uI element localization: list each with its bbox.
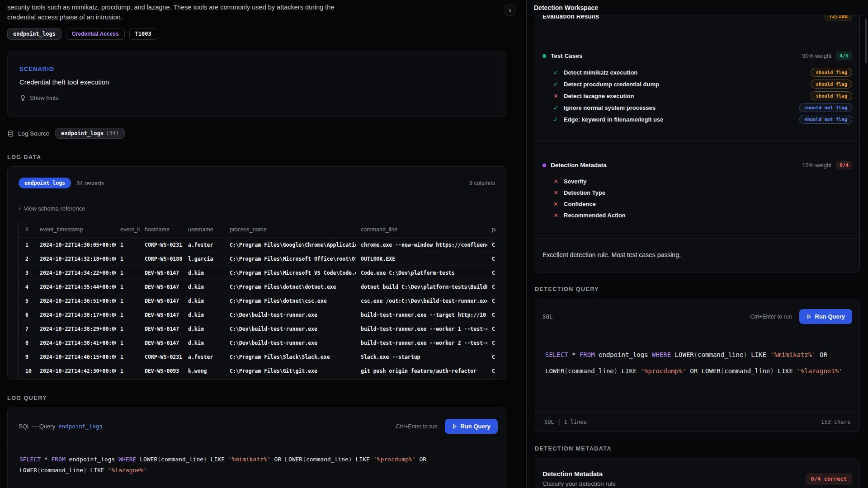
table-cell: C:\Program Files\Microsoft Office\root\O… — [225, 252, 356, 266]
table-cell: DEV-WS-0147 — [140, 280, 184, 294]
view-schema-link[interactable]: › View schema reference — [19, 205, 85, 212]
table-row: 42024-10-22T14:35:44+00:001DEV-WS-0147d.… — [19, 280, 496, 294]
editor-status-left: SQL | 1 lines — [544, 419, 587, 425]
table-cell: 1 — [116, 308, 140, 322]
test-cases-score-badge: 4/5 — [836, 52, 852, 60]
table-cell: C:\ — [487, 280, 496, 294]
table-cell: 2024-10-22T14:34:22+00:00 — [35, 266, 116, 280]
table-cell: a.foster — [184, 350, 225, 364]
table-cell: 9 — [19, 350, 35, 364]
table-cell: DC-PROD-01 — [140, 378, 184, 379]
metadata-check-label: Recommended Action — [564, 212, 626, 219]
log-query-editor[interactable]: SELECT * FROM endpoint_logs WHERE LOWER(… — [8, 443, 506, 487]
x-icon: ✕ — [552, 178, 559, 185]
metadata-check-label: Detection Type — [564, 189, 605, 196]
table-cell: build-test-runner.exe --worker 2 --test-… — [356, 336, 487, 350]
view-schema-label: View schema reference — [24, 205, 85, 212]
challenge-pane: security tools such as mimikatz, procdum… — [0, 0, 526, 488]
x-icon: ✕ — [552, 93, 559, 99]
x-icon: ✕ — [552, 212, 559, 219]
detection-query-toolbar: SQL Ctrl+Enter to run Run Query — [535, 299, 859, 334]
evaluation-card: Evaluation Results 72/100 Test Cases 90%… — [535, 15, 860, 272]
table-cell: d.kim — [184, 336, 225, 350]
run-shortcut-hint: Ctrl+Enter to run — [750, 314, 792, 320]
table-cell: k.wong — [184, 364, 225, 378]
table-cell: 7 — [19, 322, 35, 336]
play-icon — [452, 424, 457, 429]
table-cell: 11 — [19, 378, 35, 379]
table-cell: Code.exe C:\Dev\platform-tests — [356, 266, 487, 280]
table-cell: 10 — [19, 364, 35, 378]
table-row: 92024-10-22T14:40:15+00:001CORP-WS-0231a… — [19, 350, 496, 364]
table-cell: C:\ — [487, 364, 496, 378]
table-cell: C:\ — [487, 294, 496, 308]
log-data-card: endpoint_logs 34 records 9 columns › Vie… — [7, 166, 506, 380]
metadata-check-row: ✕Recommended Action — [552, 210, 852, 221]
expectation-badge: should flag — [811, 80, 852, 89]
table-cell: svchost.exe -k netsvcs -p -s Schedule — [356, 378, 487, 379]
test-cases-section: Test Cases 90% weight 4/5 ✓Detect mimika… — [535, 52, 859, 125]
table-cell: C:\ — [487, 252, 496, 266]
table-cell: 1 — [116, 238, 140, 252]
test-case-row: ✕Detect lazagne executionshould flag — [552, 90, 852, 102]
table-cell: 6 — [19, 308, 35, 322]
test-case-row: ✓Detect procdump credential dumpshould f… — [552, 78, 852, 90]
log-source-pill[interactable]: endpoint_logs (34) — [55, 128, 125, 139]
metadata-check-row: ✕Severity — [552, 176, 852, 187]
workspace-title: Detection Workspace — [534, 4, 598, 11]
table-header-row: #event_timestampevent_idhostnameusername… — [19, 222, 496, 238]
log-query-section-label: LOG QUERY — [7, 395, 526, 401]
table-row: 22024-10-22T14:32:18+00:001CORP-WS-0188l… — [19, 252, 496, 266]
table-cell: git push origin feature/auth-refactor — [356, 364, 487, 378]
table-cell: 2024-10-27T05:45:10+00:00 — [35, 378, 116, 379]
workspace-header: Detection Workspace — [527, 0, 868, 15]
x-icon: ✕ — [552, 201, 559, 207]
table-body: 12024-10-22T14:30:05+00:001CORP-WS-0231a… — [19, 238, 496, 379]
table-cell: C:\ — [487, 322, 496, 336]
table-cell: 1 — [116, 322, 140, 336]
test-cases-header: Test Cases 90% weight 4/5 — [542, 52, 852, 60]
table-row: 112024-10-27T05:45:10+00:001DC-PROD-01SY… — [19, 378, 496, 379]
expectation-badge: should flag — [811, 68, 852, 77]
expectation-badge: should flag — [811, 91, 852, 100]
metadata-checks-section: Detection Metadata 10% weight 0/4 ✕Sever… — [535, 161, 859, 221]
column-header: event_timestamp — [35, 222, 116, 238]
scrollbar-thumb[interactable] — [865, 18, 867, 63]
table-cell: 2 — [19, 252, 35, 266]
evaluation-feedback: Excellent detection rule. Most test case… — [535, 239, 859, 272]
run-detection-query-button[interactable]: Run Query — [799, 309, 852, 324]
run-query-button[interactable]: Run Query — [445, 419, 498, 434]
table-cell: 2024-10-22T14:38:17+00:00 — [35, 308, 116, 322]
metadata-check-label: Confidence — [564, 201, 596, 207]
metadata-checks-weight: 10% weight — [802, 162, 832, 169]
collapse-panel-button[interactable]: › — [504, 4, 516, 16]
metadata-check-row: ✕Confidence — [552, 198, 852, 210]
evaluation-header: Evaluation Results 72/100 — [535, 15, 859, 28]
detection-query-editor[interactable]: SELECT * FROM endpoint_logs WHERE LOWER(… — [535, 334, 859, 412]
table-cell: d.kim — [184, 280, 225, 294]
table-row: 62024-10-22T14:38:17+00:001DEV-WS-0147d.… — [19, 308, 496, 322]
table-cell: C:\ — [487, 238, 496, 252]
test-case-row: ✓Edge: keyword in filename/legit useshou… — [552, 113, 852, 125]
purple-dot-icon — [542, 164, 546, 167]
table-row: 32024-10-22T14:34:22+00:001DEV-WS-0147d.… — [19, 266, 496, 280]
metadata-check-label: Severity — [564, 178, 587, 185]
table-name-pill: endpoint_logs — [19, 178, 71, 188]
query-table-link[interactable]: endpoint_logs — [58, 423, 103, 430]
table-row: 52024-10-22T14:36:51+00:001DEV-WS-0147d.… — [19, 294, 496, 308]
table-cell: 2024-10-22T14:40:15+00:00 — [35, 350, 116, 364]
table-cell: 2024-10-22T14:42:30+00:00 — [35, 364, 116, 378]
database-icon — [7, 130, 14, 137]
column-header: command_line — [356, 222, 487, 238]
check-icon: ✓ — [552, 81, 559, 88]
query-language-label: SQL — [542, 313, 553, 320]
table-cell: C:\Dev\build-test-runner.exe — [225, 322, 356, 336]
show-hints-button[interactable]: Show hints — [19, 94, 59, 101]
workspace-content: Evaluation Results 72/100 Test Cases 90%… — [527, 15, 868, 488]
table-cell: C:\ — [487, 266, 496, 280]
table-cell: 2024-10-22T14:30:05+00:00 — [35, 238, 116, 252]
table-cell: DEV-WS-0093 — [140, 364, 184, 378]
table-cell: DEV-WS-0147 — [140, 266, 184, 280]
column-header: username — [184, 222, 225, 238]
table-cell: dotnet build C:\Dev\platform-tests\Build… — [356, 280, 487, 294]
